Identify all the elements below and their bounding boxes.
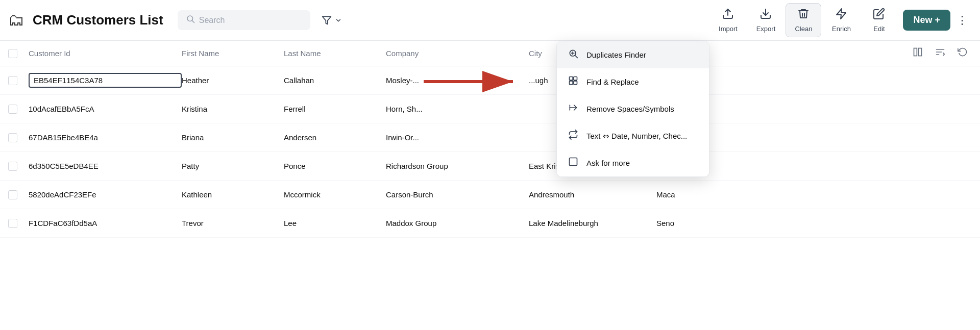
- cell-company: Maddox Group: [386, 219, 529, 227]
- svg-rect-6: [914, 48, 917, 56]
- filter-icon: [322, 15, 332, 26]
- svg-rect-19: [570, 81, 573, 85]
- edit-icon: [873, 8, 885, 23]
- col-header-company: Company: [386, 49, 529, 58]
- search-placeholder: Search: [199, 16, 225, 25]
- remove-spaces-icon: [567, 103, 579, 115]
- svg-marker-5: [837, 9, 846, 19]
- more-options-button[interactable]: ⋮: [952, 10, 972, 31]
- cell-last-name: Mccormick: [284, 190, 386, 199]
- cell-first-name: Briana: [182, 133, 284, 142]
- search-box[interactable]: Search: [178, 10, 310, 30]
- svg-rect-17: [570, 77, 573, 81]
- clean-button[interactable]: Clean: [786, 3, 821, 37]
- table-row[interactable]: 67DAB15Ebe4BE4a Briana Andersen Irwin-Or…: [0, 123, 980, 152]
- cell-last-name: Ferrell: [284, 105, 386, 113]
- cell-last-name: Ponce: [284, 162, 386, 170]
- table-row[interactable]: F1CDFaC63fDd5aA Trevor Lee Maddox Group …: [0, 209, 980, 238]
- cell-first-name: Kristina: [182, 105, 284, 113]
- search-icon: [186, 14, 195, 26]
- enrich-button[interactable]: Enrich: [823, 4, 859, 37]
- ask-more-label: Ask for more: [586, 159, 630, 167]
- table-header: Customer Id First Name Last Name Company…: [0, 41, 980, 66]
- select-all-checkbox[interactable]: [8, 49, 17, 58]
- cell-company: Richardson Group: [386, 162, 529, 170]
- row-checkbox[interactable]: [8, 76, 17, 85]
- row-checkbox-col: [8, 133, 29, 142]
- row-checkbox[interactable]: [8, 105, 17, 114]
- cell-last-name: Callahan: [284, 76, 386, 85]
- row-checkbox[interactable]: [8, 133, 17, 142]
- find-replace-item[interactable]: Find & Replace: [557, 68, 709, 95]
- table-row[interactable]: 10dAcafEBbA5FcA Kristina Ferrell Horn, S…: [0, 95, 980, 123]
- cell-first-name: Heather: [182, 76, 284, 85]
- cell-customer-id: EB54EF1154C3A78: [29, 73, 182, 88]
- svg-line-1: [192, 20, 194, 22]
- row-checkbox-col: [8, 162, 29, 171]
- table-header-controls: [909, 45, 972, 62]
- find-replace-label: Find & Replace: [586, 78, 639, 86]
- row-checkbox-col: [8, 190, 29, 199]
- cell-company: Mosley-...: [386, 76, 529, 85]
- svg-rect-7: [919, 48, 922, 56]
- cell-last-name: Andersen: [284, 133, 386, 142]
- duplicates-finder-label: Duplicates Finder: [586, 50, 646, 59]
- cell-first-name: Patty: [182, 162, 284, 170]
- export-button[interactable]: Export: [748, 4, 783, 37]
- filter-button[interactable]: [316, 11, 347, 30]
- svg-marker-2: [322, 16, 331, 24]
- remove-spaces-item[interactable]: Remove Spaces/Symbols: [557, 95, 709, 122]
- text-convert-label: Text ⇔ Date, Number, Chec...: [586, 132, 687, 141]
- enrich-label: Enrich: [832, 25, 851, 33]
- col-header-customer-id: Customer Id: [29, 49, 182, 58]
- cell-country: Seno: [656, 219, 972, 227]
- more-icon: ⋮: [957, 14, 968, 27]
- duplicates-finder-icon: [567, 48, 579, 61]
- svg-line-14: [575, 56, 578, 58]
- import-icon: [722, 8, 734, 23]
- text-convert-icon: [567, 130, 579, 142]
- new-button[interactable]: New +: [903, 10, 950, 31]
- cell-first-name: Kathleen: [182, 190, 284, 199]
- column-layout-button[interactable]: [909, 45, 927, 62]
- row-checkbox[interactable]: [8, 190, 17, 199]
- cell-customer-id: 6d350C5E5eDB4EE: [29, 162, 182, 170]
- export-label: Export: [756, 25, 776, 33]
- new-label: New +: [913, 15, 940, 26]
- sort-button[interactable]: [931, 45, 949, 62]
- header-checkbox-col: [8, 49, 29, 58]
- svg-rect-18: [574, 77, 577, 81]
- enrich-icon: [835, 8, 847, 23]
- cell-company: Irwin-Or...: [386, 133, 529, 142]
- col-header-last-name: Last Name: [284, 49, 386, 58]
- cell-company: Horn, Sh...: [386, 105, 529, 113]
- clean-label: Clean: [795, 25, 812, 33]
- row-checkbox[interactable]: [8, 219, 17, 228]
- table-row[interactable]: 6d350C5E5eDB4EE Patty Ponce Richardson G…: [0, 152, 980, 181]
- svg-rect-23: [570, 158, 577, 166]
- remove-spaces-label: Remove Spaces/Symbols: [586, 105, 674, 113]
- col-header-first-name: First Name: [182, 49, 284, 58]
- import-label: Import: [719, 25, 738, 33]
- clean-dropdown-menu: Duplicates Finder Find & Replace Remove …: [556, 41, 709, 177]
- table-row[interactable]: 5820deAdCF23EFe Kathleen Mccormick Carso…: [0, 181, 980, 209]
- ask-more-item[interactable]: Ask for more: [557, 149, 709, 176]
- text-convert-item[interactable]: Text ⇔ Date, Number, Chec...: [557, 122, 709, 149]
- history-button[interactable]: [953, 45, 972, 62]
- export-icon: [760, 8, 772, 23]
- cell-city: Lake Madelineburgh: [529, 219, 656, 227]
- edit-label: Edit: [873, 25, 885, 33]
- cell-city: Andresmouth: [529, 190, 656, 199]
- ask-more-icon: [567, 157, 579, 169]
- edit-button[interactable]: Edit: [861, 4, 897, 37]
- row-checkbox-col: [8, 105, 29, 114]
- table-row[interactable]: EB54EF1154C3A78 Heather Callahan Mosley-…: [0, 66, 980, 95]
- app-icon: 🗂: [8, 11, 24, 30]
- toolbar-actions: Import Export Clean: [710, 3, 972, 37]
- cell-customer-id: 67DAB15Ebe4BE4a: [29, 133, 182, 142]
- duplicates-finder-item[interactable]: Duplicates Finder: [557, 41, 709, 68]
- import-button[interactable]: Import: [710, 4, 746, 37]
- cell-customer-id: F1CDFaC63fDd5aA: [29, 219, 182, 227]
- row-checkbox[interactable]: [8, 162, 17, 171]
- page-title: CRM Customers List: [33, 12, 163, 28]
